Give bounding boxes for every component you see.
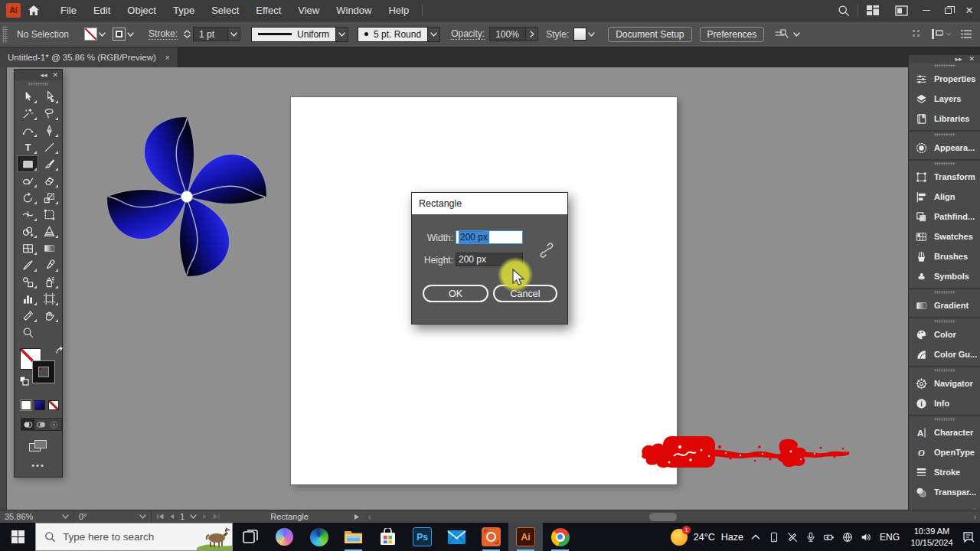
taskbar-screen-recorder-icon[interactable]: [474, 523, 508, 551]
pen-disabled-icon[interactable]: [786, 531, 799, 543]
panel-tab-transparency[interactable]: Transpar...: [909, 482, 980, 502]
blend-tool[interactable]: [17, 273, 38, 290]
mesh-tool[interactable]: [17, 240, 38, 256]
width-tool[interactable]: [17, 206, 38, 223]
panel-tab-align[interactable]: Align: [909, 187, 980, 207]
menu-help[interactable]: Help: [380, 0, 417, 21]
panel-tab-color-guide[interactable]: Color Gu...: [909, 344, 980, 364]
none-button[interactable]: [48, 400, 59, 410]
rotate-tool[interactable]: [17, 189, 38, 206]
document-tab[interactable]: Untitled-1* @ 35.86 % (RGB/Preview) ×: [0, 47, 178, 67]
workspace-layout-icon[interactable]: [858, 0, 887, 21]
panel-tab-pathfinder[interactable]: Pathfind...: [909, 207, 980, 227]
panel-tab-gradient[interactable]: Gradient: [909, 295, 980, 315]
default-fill-stroke-icon[interactable]: [19, 376, 29, 386]
scroll-left-icon[interactable]: ‹: [364, 513, 374, 521]
stroke-swatch[interactable]: [33, 361, 54, 383]
weather-temperature[interactable]: 24°C: [694, 532, 715, 543]
width-input[interactable]: 200 px: [456, 230, 523, 244]
microphone-icon[interactable]: [805, 531, 817, 543]
menu-view[interactable]: View: [289, 0, 328, 21]
ok-button[interactable]: OK: [423, 285, 488, 302]
panel-group-grip[interactable]: [909, 63, 980, 69]
flower-artwork[interactable]: [106, 113, 268, 280]
panel-tab-appearance[interactable]: Appeara...: [909, 138, 980, 158]
taskbar-copilot-icon[interactable]: [267, 523, 302, 551]
phone-link-icon[interactable]: [768, 531, 780, 543]
constrain-proportions-broken-link-icon[interactable]: [539, 242, 554, 259]
scroll-right-icon[interactable]: ›: [970, 513, 980, 521]
taskbar-microsoft-store-icon[interactable]: [371, 523, 405, 551]
panel-menu-icon[interactable]: [961, 29, 972, 39]
swap-fill-stroke-icon[interactable]: [55, 347, 65, 357]
graph-tool[interactable]: [17, 290, 38, 307]
taskbar-illustrator-icon[interactable]: Ai: [508, 523, 543, 551]
horizontal-scrollbar[interactable]: ‹ ›: [364, 510, 980, 523]
style-swatch[interactable]: [573, 28, 586, 41]
clock[interactable]: 10:39 AM 10/15/2024: [907, 526, 956, 548]
slice-tool[interactable]: [17, 307, 38, 324]
edit-toolbar-icon[interactable]: •••: [15, 461, 62, 470]
align-options-icon[interactable]: [773, 28, 792, 41]
rotation-control[interactable]: 0°: [74, 510, 151, 523]
home-icon[interactable]: [28, 5, 40, 16]
taskbar-file-explorer-icon[interactable]: [336, 523, 371, 551]
network-globe-icon[interactable]: [841, 531, 854, 543]
gradient-button[interactable]: [34, 400, 45, 410]
collapse-panel-icon[interactable]: ◂◂: [40, 72, 47, 79]
panel-tab-info[interactable]: iInfo: [909, 393, 980, 413]
artboard-tool[interactable]: [38, 290, 60, 307]
panel-group-grip[interactable]: [909, 416, 980, 422]
taskbar-edge-icon[interactable]: [302, 523, 336, 551]
taskbar-search-box[interactable]: Type here to search: [35, 523, 233, 551]
draw-normal-icon[interactable]: [21, 419, 34, 430]
menu-effect[interactable]: Effect: [247, 0, 289, 21]
panel-group-grip[interactable]: [909, 289, 980, 295]
brush-definition[interactable]: 5 pt. Round: [358, 27, 428, 42]
panel-tab-character[interactable]: ACharacter: [909, 422, 980, 442]
stroke-chevron-down-icon[interactable]: [126, 32, 136, 37]
toolbox-close-icon[interactable]: ✕: [52, 72, 58, 79]
action-center-icon[interactable]: [962, 531, 975, 543]
menu-object[interactable]: Object: [119, 0, 165, 21]
workspace-switcher[interactable]: [931, 28, 952, 40]
language-indicator[interactable]: ENG: [878, 532, 901, 543]
opacity-arrow-icon[interactable]: [526, 27, 538, 41]
free-transform-tool[interactable]: [38, 206, 60, 223]
tab-close-icon[interactable]: ×: [165, 54, 170, 62]
weather-icon[interactable]: 1: [671, 529, 688, 546]
zoom-level-control[interactable]: 35.86%: [0, 510, 74, 523]
taskbar-photoshop-icon[interactable]: Ps: [405, 523, 439, 551]
panel-tab-color[interactable]: Color: [909, 324, 980, 344]
panel-tab-navigator[interactable]: Navigator: [909, 373, 980, 393]
panel-tab-libraries[interactable]: Libraries: [909, 109, 980, 129]
search-icon[interactable]: [830, 0, 858, 21]
style-chevron-icon[interactable]: [586, 32, 597, 37]
draw-inside-icon[interactable]: [47, 419, 60, 430]
panel-grip[interactable]: [2, 26, 8, 43]
stroke-weight-label[interactable]: Stroke:: [149, 28, 178, 40]
battery-icon[interactable]: [823, 531, 835, 543]
paintbrush-tool[interactable]: [38, 155, 60, 172]
perspective-grid-tool[interactable]: [38, 223, 60, 240]
weather-condition[interactable]: Haze: [721, 532, 743, 543]
panel-tab-layers[interactable]: Layers: [909, 89, 980, 109]
panel-group-grip[interactable]: [909, 367, 980, 373]
knife-tool[interactable]: [17, 256, 38, 273]
hand-tool[interactable]: [38, 307, 60, 324]
opacity-value[interactable]: 100%: [489, 27, 526, 41]
eyedropper-tool[interactable]: [38, 256, 60, 273]
artboard-number[interactable]: 1: [180, 512, 185, 521]
toolbox-grip[interactable]: [15, 80, 62, 87]
line-segment-tool[interactable]: [38, 139, 60, 155]
panel-dock-close-icon[interactable]: ✕: [969, 55, 975, 63]
stroke-weight-chevron-icon[interactable]: [228, 27, 240, 41]
expand-panels-icon[interactable]: ▸▸: [955, 55, 962, 63]
color-button[interactable]: [21, 400, 31, 410]
panel-group-grip[interactable]: [909, 161, 980, 167]
rotation-chevron-icon[interactable]: [139, 514, 146, 519]
first-artboard-icon[interactable]: [156, 514, 164, 520]
panel-tab-transform[interactable]: Transform: [909, 167, 980, 187]
preferences-button[interactable]: Preferences: [700, 27, 765, 42]
scale-tool[interactable]: [38, 189, 60, 206]
